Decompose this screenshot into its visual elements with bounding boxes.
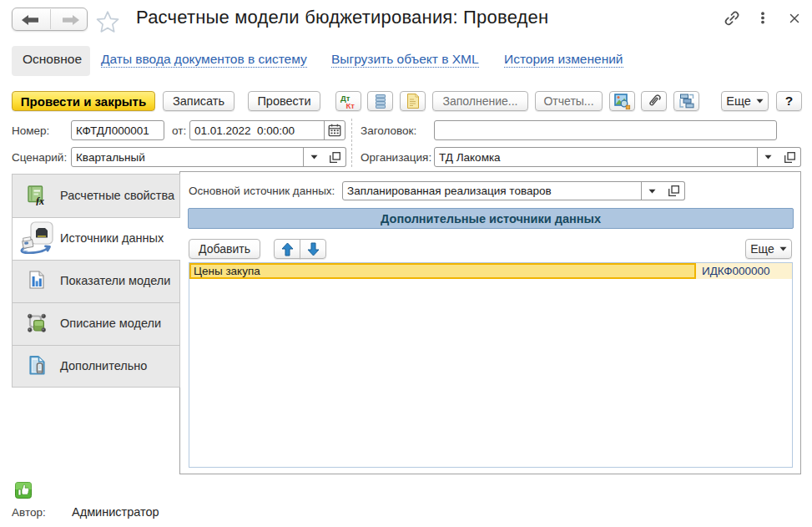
svg-text:Кт: Кт [346, 101, 356, 110]
svg-text:fx: fx [36, 195, 44, 205]
